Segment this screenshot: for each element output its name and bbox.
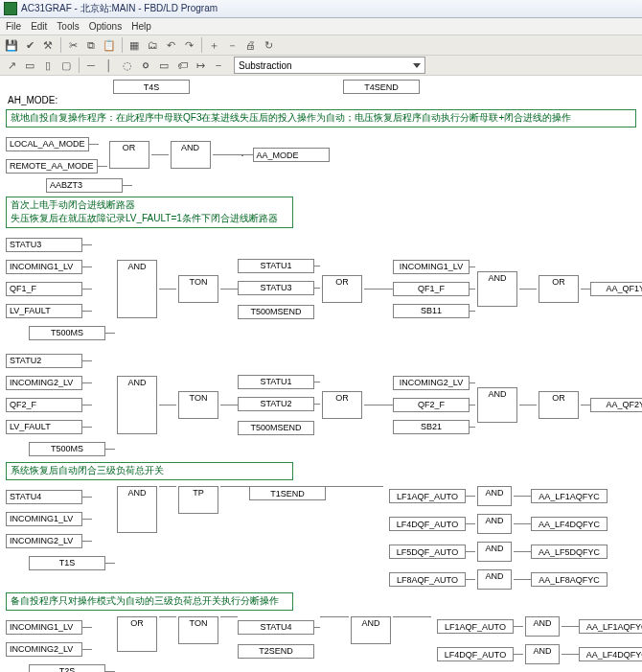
signal[interactable]: INCOMING1_LV xyxy=(393,260,470,274)
signal-out[interactable]: AA_LF4DQFYO xyxy=(579,647,642,661)
var-icon[interactable]: ▭ xyxy=(155,57,172,74)
select-icon[interactable]: ▭ xyxy=(21,57,38,74)
signal[interactable]: T2S xyxy=(29,664,105,673)
fb-ton[interactable]: TON xyxy=(178,616,218,644)
signal[interactable]: T1S xyxy=(29,556,105,570)
negation-icon[interactable]: ◌ xyxy=(119,57,136,74)
paste-icon[interactable]: 📋 xyxy=(101,36,118,54)
block-icon[interactable]: ▢ xyxy=(57,57,75,74)
signal[interactable]: STATU4 xyxy=(238,620,314,635)
signal[interactable]: INCOMING1_LV xyxy=(6,512,82,526)
signal[interactable]: INCOMING2_LV xyxy=(6,376,82,390)
signal-out[interactable]: AA_LF4DQFYC xyxy=(531,517,608,531)
zoom-in-icon[interactable]: ＋ xyxy=(205,36,222,54)
refresh-icon[interactable]: ↻ xyxy=(260,36,277,54)
signal[interactable]: AABZT3 xyxy=(46,178,123,193)
save-icon[interactable]: 💾 xyxy=(3,36,20,54)
fb-ton[interactable]: TON xyxy=(178,391,218,419)
label-icon[interactable]: 🏷 xyxy=(173,57,191,74)
signal-t4send[interactable]: T4SEND xyxy=(343,80,420,94)
signal-out[interactable]: AA_LF1AQFYO xyxy=(579,619,642,634)
signal-out[interactable]: AA_QF2YC xyxy=(590,398,642,412)
fb-or[interactable]: OR xyxy=(539,275,579,303)
fb-or[interactable]: OR xyxy=(117,616,157,652)
signal[interactable]: STATU2 xyxy=(238,397,314,411)
fb-and[interactable]: AND xyxy=(525,616,560,637)
fb-and[interactable]: AND xyxy=(477,542,512,562)
signal[interactable]: T500MSEND xyxy=(238,305,314,319)
fb-and[interactable]: AND xyxy=(351,616,391,644)
fb-tp[interactable]: TP xyxy=(178,486,218,514)
fb-and[interactable]: AND xyxy=(525,644,560,664)
zoom-out-icon[interactable]: － xyxy=(223,36,241,54)
signal[interactable]: STATU3 xyxy=(238,281,314,295)
signal[interactable]: LV_FAULT xyxy=(6,420,82,434)
signal[interactable]: STATU3 xyxy=(6,238,82,252)
signal[interactable]: T500MSEND xyxy=(238,421,314,435)
signal[interactable]: STATU4 xyxy=(6,490,82,504)
fb-and[interactable]: AND xyxy=(171,141,211,169)
signal-out[interactable]: AA_QF1YC xyxy=(590,282,642,296)
signal[interactable]: QF1_F xyxy=(393,282,470,296)
signal[interactable]: LF4DQF_AUTO xyxy=(437,647,514,661)
signal[interactable]: STATU1 xyxy=(238,259,314,273)
undo-icon[interactable]: ↶ xyxy=(162,36,179,54)
signal-out[interactable]: AA_LF1AQFYC xyxy=(531,489,608,503)
goto-icon[interactable]: ↦ xyxy=(192,57,209,74)
dict-icon[interactable]: 🗂 xyxy=(144,36,161,54)
vwire-icon[interactable]: │ xyxy=(101,57,118,74)
signal-out[interactable]: AA_MODE xyxy=(253,148,330,162)
fb-or[interactable]: OR xyxy=(322,391,362,419)
minus-icon[interactable]: − xyxy=(210,57,227,74)
fb-or[interactable]: OR xyxy=(109,141,149,169)
signal[interactable]: LF5DQF_AUTO xyxy=(389,545,466,559)
signal[interactable]: STATU2 xyxy=(6,354,82,368)
signal[interactable]: SB21 xyxy=(393,420,470,434)
pointer-icon[interactable]: ↗ xyxy=(3,57,20,74)
signal[interactable]: INCOMING2_LV xyxy=(6,642,82,657)
contact-icon[interactable]: ▯ xyxy=(39,57,57,74)
signal-t4s[interactable]: T4S xyxy=(113,80,190,94)
fb-and[interactable]: AND xyxy=(117,260,157,318)
signal[interactable]: INCOMING1_LV xyxy=(6,620,82,635)
signal[interactable]: REMOTE_AA_MODE xyxy=(6,159,98,174)
check-icon[interactable]: ✔ xyxy=(21,36,38,54)
signal[interactable]: LF1AQF_AUTO xyxy=(389,489,466,503)
signal[interactable]: T2SEND xyxy=(238,644,314,659)
signal[interactable]: LOCAL_AA_MODE xyxy=(6,137,89,151)
signal-out[interactable]: AA_LF8AQFYC xyxy=(531,572,608,587)
fb-and[interactable]: AND xyxy=(477,514,512,534)
menu-help[interactable]: Help xyxy=(131,21,151,32)
menu-options[interactable]: Options xyxy=(89,21,122,32)
build-icon[interactable]: ⚒ xyxy=(39,36,57,54)
fb-and[interactable]: AND xyxy=(117,376,157,434)
hwire-icon[interactable]: ─ xyxy=(82,57,100,74)
cut-icon[interactable]: ✂ xyxy=(64,36,81,54)
signal[interactable]: SB11 xyxy=(393,304,470,318)
signal[interactable]: INCOMING1_LV xyxy=(6,260,82,274)
signal[interactable]: QF1_F xyxy=(6,282,82,296)
signal[interactable]: QF2_F xyxy=(6,398,82,412)
signal[interactable]: LF1AQF_AUTO xyxy=(437,619,514,634)
signal[interactable]: LF4DQF_AUTO xyxy=(389,517,466,531)
menu-tools[interactable]: Tools xyxy=(57,21,79,32)
signal[interactable]: T500MS xyxy=(29,442,105,456)
signal[interactable]: INCOMING2_LV xyxy=(6,534,82,548)
signal[interactable]: LF8AQF_AUTO xyxy=(389,572,466,587)
fb-ton[interactable]: TON xyxy=(178,275,218,303)
signal[interactable]: STATU1 xyxy=(238,375,314,389)
fb-and[interactable]: AND xyxy=(117,486,157,533)
editor-canvas[interactable]: T4S T4SEND AH_MODE: 就地自投自复操作程序：在此程序中母联QF… xyxy=(0,76,642,672)
copy-icon[interactable]: ⧉ xyxy=(82,36,100,54)
fb-and[interactable]: AND xyxy=(477,569,512,590)
fb-or[interactable]: OR xyxy=(322,275,362,303)
grid-icon[interactable]: ▦ xyxy=(126,36,143,54)
redo-icon[interactable]: ↷ xyxy=(180,36,197,54)
menu-file[interactable]: File xyxy=(6,21,21,32)
signal[interactable]: QF2_F xyxy=(393,398,470,412)
coil-icon[interactable]: ⭘ xyxy=(137,57,154,74)
signal[interactable]: T1SEND xyxy=(249,486,326,500)
signal-out[interactable]: AA_LF5DQFYC xyxy=(531,545,608,559)
fb-and[interactable]: AND xyxy=(477,387,517,423)
signal[interactable]: T500MS xyxy=(29,326,105,340)
